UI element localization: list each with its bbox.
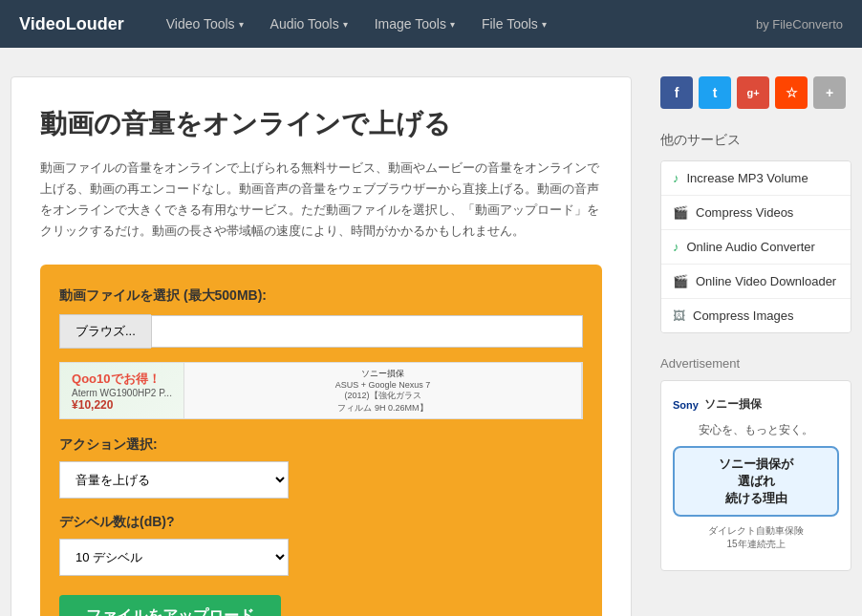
video-icon: 🎬 bbox=[673, 205, 688, 220]
decibel-select[interactable]: 10 デシベル 5 デシベル 15 デシベル 20 デシベル bbox=[59, 539, 289, 576]
ad-price-display: ¥10,220 bbox=[72, 398, 172, 412]
page-description: 動画ファイルの音量をオンラインで上げられる無料サービス、動画やムービーの音量をオ… bbox=[40, 158, 602, 242]
nav-image-tools[interactable]: Image Tools ▾ bbox=[361, 0, 468, 48]
ad-qoo10: Qoo10でお得！ Aterm WG1900HP2 P... ¥10,220 bbox=[60, 363, 184, 418]
ad-product-1: ソニー損保 ASUS + Google Nexus 7 (2012)【強化ガラス… bbox=[184, 363, 582, 418]
ad-sony-tagline: 安心を、もっと安く。 bbox=[673, 422, 839, 438]
service-compress-videos[interactable]: 🎬 Compress Videos bbox=[661, 196, 851, 230]
service-increase-mp3[interactable]: ♪ Increase MP3 Volume bbox=[661, 161, 851, 196]
file-name-display bbox=[151, 315, 583, 348]
add-social-button[interactable]: + bbox=[813, 76, 846, 109]
music-icon: ♪ bbox=[673, 171, 679, 185]
image-icon: 🖼 bbox=[673, 308, 685, 323]
service-online-video-downloader[interactable]: 🎬 Online Video Downloader bbox=[661, 265, 851, 299]
nav-by-fileconverto: by FileConverto bbox=[756, 17, 843, 32]
twitter-button[interactable]: t bbox=[699, 76, 731, 109]
page-title: 動画の音量をオンラインで上げる bbox=[40, 106, 602, 142]
ad-sony-footer: ダイレクト自動車保険 15年連続売上 bbox=[673, 524, 839, 551]
ad-sony-header: Sony ソニー損保 bbox=[673, 396, 839, 413]
upload-button[interactable]: ファイルをアップロード bbox=[59, 595, 281, 616]
ad-sony-bubble: ソニー損保が選ばれ続ける理由 bbox=[673, 446, 839, 517]
ad-banner-inner: Qoo10でお得！ Aterm WG1900HP2 P... ¥10,220 ソ… bbox=[60, 363, 582, 418]
chevron-down-icon: ▾ bbox=[343, 19, 348, 30]
service-compress-images[interactable]: 🖼 Compress Images bbox=[661, 299, 851, 332]
action-select[interactable]: 音量を上げる 音量を下げる 音量を正規化 bbox=[59, 461, 289, 499]
ad-sidebar-box: Sony ソニー損保 安心を、もっと安く。 ソニー損保が選ばれ続ける理由 ダイレ… bbox=[660, 380, 851, 571]
decibel-label: デシベル数は(dB)? bbox=[59, 514, 583, 531]
music-icon-2: ♪ bbox=[673, 240, 679, 254]
page-container: 動画の音量をオンラインで上げる 動画ファイルの音量をオンラインで上げられる無料サ… bbox=[1, 76, 861, 616]
navbar: VideoLouder Video Tools ▾ Audio Tools ▾ … bbox=[0, 0, 862, 48]
upload-box: 動画ファイルを選択 (最大500MB): ブラウズ... Qoo10でお得！ A… bbox=[40, 265, 602, 616]
ad-banner: Qoo10でお得！ Aterm WG1900HP2 P... ¥10,220 ソ… bbox=[59, 362, 583, 419]
ad-section-title: Advertisement bbox=[660, 356, 851, 371]
nav-items: Video Tools ▾ Audio Tools ▾ Image Tools … bbox=[153, 0, 560, 48]
file-select-label: 動画ファイルを選択 (最大500MB): bbox=[59, 287, 583, 305]
sidebar: f t g+ ☆ + 他のサービス ♪ Increase MP3 Volume … bbox=[660, 76, 851, 616]
main-content: 動画の音量をオンラインで上げる 動画ファイルの音量をオンラインで上げられる無料サ… bbox=[11, 76, 632, 616]
facebook-button[interactable]: f bbox=[660, 76, 693, 109]
social-row: f t g+ ☆ + bbox=[660, 76, 851, 109]
nav-file-tools[interactable]: File Tools ▾ bbox=[468, 0, 560, 48]
sony-logo: Sony bbox=[673, 399, 699, 411]
service-online-audio-converter[interactable]: ♪ Online Audio Converter bbox=[661, 230, 851, 265]
service-list: ♪ Increase MP3 Volume 🎬 Compress Videos … bbox=[660, 160, 851, 333]
googleplus-button[interactable]: g+ bbox=[737, 76, 769, 109]
chevron-down-icon: ▾ bbox=[450, 19, 455, 30]
ad-product-1-text: ソニー損保 bbox=[335, 368, 430, 380]
nav-audio-tools[interactable]: Audio Tools ▾ bbox=[257, 0, 361, 48]
chevron-down-icon: ▾ bbox=[542, 19, 547, 30]
other-services-title: 他のサービス bbox=[660, 132, 851, 149]
action-label: アクション選択: bbox=[59, 436, 583, 454]
file-input-row: ブラウズ... bbox=[59, 314, 583, 349]
video-icon-2: 🎬 bbox=[673, 274, 688, 288]
ad-product-price: Aterm WG1900HP2 P... bbox=[72, 388, 172, 398]
sony-hoken-label: ソニー損保 bbox=[704, 396, 762, 413]
nav-video-tools[interactable]: Video Tools ▾ bbox=[153, 0, 257, 48]
nav-brand[interactable]: VideoLouder bbox=[19, 14, 124, 34]
browse-button[interactable]: ブラウズ... bbox=[59, 314, 151, 349]
stumbleupon-button[interactable]: ☆ bbox=[775, 76, 808, 109]
chevron-down-icon: ▾ bbox=[239, 19, 244, 30]
ad-qoo10-logo: Qoo10でお得！ bbox=[72, 371, 172, 388]
